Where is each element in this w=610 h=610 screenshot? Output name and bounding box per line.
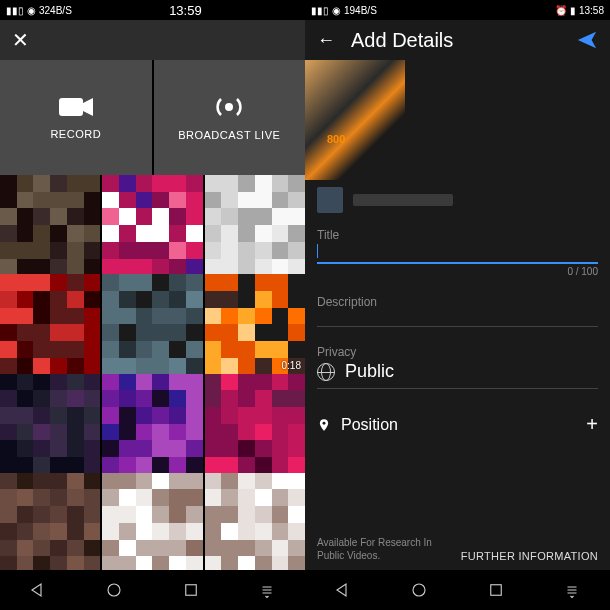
nav-menu-icon[interactable] — [258, 581, 276, 599]
header-right: ← Add Details — [305, 20, 610, 60]
nav-back-icon[interactable] — [334, 581, 352, 599]
privacy-selector[interactable]: Public — [317, 359, 598, 389]
thumb[interactable] — [205, 374, 305, 474]
footer: Available For Research In Public Videos.… — [305, 536, 610, 570]
thumb[interactable] — [102, 274, 202, 374]
video-preview[interactable] — [305, 60, 405, 180]
net-speed: 324B/S — [39, 5, 72, 16]
svg-point-6 — [413, 584, 425, 596]
status-bar-right: ▮▮▯ ◉ 194B/S ⏰ ▮ 13:58 — [305, 0, 610, 20]
wifi-icon: ◉ — [27, 5, 36, 16]
record-button[interactable]: RECORD — [0, 60, 152, 175]
wifi-icon: ◉ — [332, 5, 341, 16]
preview-row — [305, 60, 610, 180]
thumb[interactable] — [205, 175, 305, 275]
status-bar-left: ▮▮▯ ◉ 324B/S 13:59 — [0, 0, 305, 20]
avatar — [317, 187, 343, 213]
close-icon[interactable]: ✕ — [12, 28, 29, 52]
thumb[interactable] — [0, 274, 100, 374]
battery-icon: ▮ — [570, 5, 576, 16]
signal-icon: ▮▮▯ — [6, 5, 24, 16]
thumb[interactable] — [102, 374, 202, 474]
svg-point-2 — [225, 103, 233, 111]
user-row — [305, 180, 610, 220]
svg-rect-7 — [490, 585, 501, 596]
title-label: Title — [317, 228, 598, 242]
desc-input[interactable] — [317, 309, 598, 327]
navbar-right — [305, 570, 610, 610]
svg-rect-0 — [59, 98, 83, 116]
thumb[interactable]: 0:18 — [205, 274, 305, 374]
back-icon[interactable]: ← — [317, 30, 335, 51]
nav-home-icon[interactable] — [410, 581, 428, 599]
broadcast-button[interactable]: BROADCAST LIVE — [154, 60, 306, 175]
nav-back-icon[interactable] — [29, 581, 47, 599]
nav-recent-icon[interactable] — [487, 581, 505, 599]
title-input[interactable] — [317, 242, 598, 264]
privacy-value: Public — [345, 361, 394, 382]
svg-rect-4 — [185, 585, 196, 596]
clock: 13:58 — [579, 5, 604, 16]
position-row[interactable]: Position + — [317, 407, 598, 436]
thumb[interactable] — [0, 374, 100, 474]
thumb[interactable] — [0, 175, 100, 275]
nav-recent-icon[interactable] — [182, 581, 200, 599]
action-row: RECORD BROADCAST LIVE — [0, 60, 305, 175]
svg-point-5 — [323, 421, 326, 424]
net-speed: 194B/S — [344, 5, 377, 16]
duration-label: 0:18 — [282, 360, 301, 371]
disclaimer: Available For Research In Public Videos. — [317, 536, 451, 562]
signal-icon: ▮▮▯ — [311, 5, 329, 16]
thumb[interactable] — [0, 473, 100, 570]
send-icon[interactable] — [576, 29, 598, 51]
svg-marker-1 — [83, 98, 93, 116]
broadcast-icon — [212, 95, 246, 119]
svg-point-3 — [108, 584, 120, 596]
appbar-left: ✕ — [0, 20, 305, 60]
thumb[interactable] — [205, 473, 305, 570]
broadcast-label: BROADCAST LIVE — [178, 129, 280, 141]
plus-icon[interactable]: + — [586, 413, 598, 436]
privacy-label: Privacy — [317, 345, 598, 359]
camera-icon — [59, 96, 93, 118]
page-title: Add Details — [351, 29, 560, 52]
nav-menu-icon[interactable] — [563, 581, 581, 599]
pin-icon — [317, 418, 331, 432]
position-label: Position — [341, 416, 576, 434]
record-label: RECORD — [50, 128, 101, 140]
gallery-grid: 0:18 — [0, 175, 305, 570]
desc-label: Description — [317, 295, 598, 309]
form: Title 0 / 100 Description Privacy Public… — [305, 220, 610, 536]
globe-icon — [317, 363, 335, 381]
clock: 13:59 — [169, 3, 202, 18]
thumb[interactable] — [102, 175, 202, 275]
further-info-link[interactable]: FURTHER INFORMATION — [461, 550, 598, 562]
nav-home-icon[interactable] — [105, 581, 123, 599]
thumb[interactable] — [102, 473, 202, 570]
title-counter: 0 / 100 — [317, 266, 598, 277]
navbar-left — [0, 570, 305, 610]
username-placeholder — [353, 194, 453, 206]
alarm-icon: ⏰ — [555, 5, 567, 16]
